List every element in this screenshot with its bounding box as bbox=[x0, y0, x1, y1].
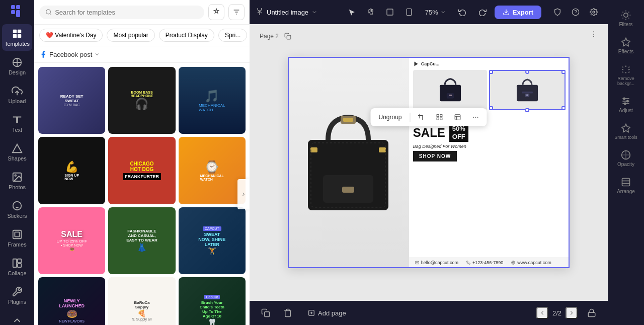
template-card[interactable]: CHICAGOHOT DOG FRANKFURTER bbox=[108, 137, 175, 204]
tagline: Bag Designed For Women bbox=[413, 144, 566, 149]
file-info[interactable]: Untitled image bbox=[256, 8, 317, 16]
small-bag-2[interactable] bbox=[489, 70, 566, 110]
shield-btn[interactable] bbox=[549, 4, 566, 20]
facebook-icon bbox=[39, 50, 47, 58]
grid-btn[interactable] bbox=[433, 110, 447, 124]
template-card[interactable]: SALE UP TO 25% OFF • SHOP NOW 🍩 bbox=[38, 207, 105, 274]
lock-btn[interactable] bbox=[584, 305, 600, 321]
layout-btn[interactable] bbox=[451, 110, 465, 124]
svg-rect-55 bbox=[449, 95, 452, 96]
sidebar-item-templates[interactable]: Templates bbox=[2, 24, 32, 51]
sidebar-item-photos[interactable]: Photos bbox=[2, 168, 32, 194]
undo-icon bbox=[458, 8, 466, 16]
svg-rect-50 bbox=[379, 147, 386, 152]
filters-icon bbox=[621, 10, 631, 20]
sidebar-item-design[interactable]: Design bbox=[2, 53, 32, 79]
template-card[interactable]: 💪 SIGN UPNOW bbox=[38, 137, 105, 204]
delete-page-btn[interactable] bbox=[280, 305, 296, 321]
sidebar-item-stickers[interactable]: Stickers bbox=[2, 196, 32, 223]
right-tool-opacity[interactable]: Opacity bbox=[610, 146, 642, 171]
template-card[interactable]: READY SETSWEAT GYM BAC bbox=[38, 67, 105, 134]
tag-popular[interactable]: Most popular bbox=[107, 29, 154, 42]
filter-btn[interactable] bbox=[228, 4, 245, 20]
sidebar-item-upload[interactable]: Upload bbox=[2, 82, 32, 108]
sidebar-item-shapes[interactable]: Shapes bbox=[2, 139, 32, 166]
svg-point-42 bbox=[475, 117, 476, 118]
help-btn[interactable] bbox=[568, 4, 584, 20]
handle-bm bbox=[525, 108, 529, 112]
crop-btn[interactable] bbox=[415, 110, 429, 124]
right-tool-arrange[interactable]: Arrange bbox=[610, 173, 642, 198]
sidebar-collapse-btn[interactable] bbox=[2, 311, 32, 325]
scroll-right-arrow[interactable] bbox=[237, 179, 250, 209]
search-icon bbox=[45, 9, 52, 16]
handle-tr bbox=[561, 70, 566, 74]
shop-now-btn[interactable]: SHOP NOW bbox=[413, 151, 457, 161]
template-card[interactable]: CAPCUT SWEATNOW, SHINELATER 🏋️ bbox=[179, 207, 246, 274]
adjust-icon bbox=[621, 96, 631, 106]
sidebar-item-collage[interactable]: Collage bbox=[2, 254, 32, 280]
templates-grid-container[interactable]: READY SETSWEAT GYM BAC BOOM BASSHEADPHON… bbox=[34, 63, 250, 325]
device-icon bbox=[405, 8, 413, 16]
right-tool-remove-bg[interactable]: Remove backgr... bbox=[610, 60, 642, 90]
opacity-icon bbox=[621, 150, 631, 160]
ad-footer: hello@capcut.com +123-456-7890 www.capcu… bbox=[409, 257, 570, 268]
right-tool-smart-tools[interactable]: Smart tools bbox=[610, 119, 642, 144]
ungroup-btn[interactable]: Ungroup bbox=[374, 112, 406, 123]
more-ctx-btn[interactable] bbox=[469, 110, 483, 124]
right-tool-adjust[interactable]: Adjust bbox=[610, 92, 642, 117]
more-h-icon bbox=[472, 114, 479, 121]
source-selector[interactable]: Facebook post bbox=[34, 46, 250, 63]
template-card[interactable]: CapCut Brush YourChild's TeethUp To TheA… bbox=[179, 277, 246, 325]
ai-search-btn[interactable] bbox=[208, 4, 224, 20]
tag-product[interactable]: Product Display bbox=[159, 29, 214, 42]
svg-point-41 bbox=[473, 117, 474, 118]
svg-point-13 bbox=[13, 202, 22, 210]
right-tool-effects[interactable]: Effects bbox=[610, 33, 642, 58]
template-card[interactable]: NEWLYLAUNCHED 🍩 NEW FLAVORS bbox=[38, 277, 105, 325]
trash-icon bbox=[283, 308, 292, 317]
sidebar-item-frames[interactable]: Frames bbox=[2, 225, 32, 252]
template-card[interactable]: BaRuCaSupply 🍕 9. Supply all bbox=[108, 277, 175, 325]
next-page-btn[interactable] bbox=[566, 307, 578, 319]
template-card[interactable]: 🎵 MECHANICALWATCH bbox=[179, 67, 246, 134]
page-more-btn[interactable] bbox=[590, 30, 598, 38]
svg-rect-16 bbox=[13, 259, 17, 268]
ad-left-section bbox=[288, 57, 409, 268]
frame-btn[interactable] bbox=[382, 4, 398, 20]
page-menu-btn[interactable] bbox=[590, 30, 598, 38]
duplicate-page-btn[interactable] bbox=[258, 305, 274, 321]
copy-page-btn[interactable] bbox=[282, 30, 294, 42]
sidebar-item-text[interactable]: Text bbox=[2, 110, 32, 137]
template-card[interactable]: ⌚ MECHANICALWATCH bbox=[179, 137, 246, 204]
handle-br bbox=[561, 106, 566, 110]
prev-page-btn[interactable] bbox=[536, 307, 548, 319]
right-tool-filters[interactable]: Filters bbox=[610, 6, 642, 31]
cloud-icon bbox=[256, 8, 264, 16]
device-btn[interactable] bbox=[401, 4, 417, 20]
ad-container: CapCu... bbox=[288, 57, 570, 268]
add-page-btn[interactable]: Add page bbox=[302, 307, 352, 319]
settings-btn[interactable] bbox=[586, 4, 602, 20]
tag-spring[interactable]: Spri... bbox=[218, 29, 247, 42]
search-input[interactable] bbox=[55, 9, 198, 16]
template-card[interactable]: BOOM BASSHEADPHONE 🎧 bbox=[108, 67, 175, 134]
export-btn[interactable]: Export bbox=[495, 6, 541, 19]
template-card[interactable]: FASHIONABLEAND CASUAL,EASY TO WEAR 👗 bbox=[108, 207, 175, 274]
cursor-tool-btn[interactable] bbox=[344, 4, 360, 20]
svg-point-67 bbox=[624, 13, 628, 17]
shield-icon bbox=[553, 8, 561, 16]
undo-btn[interactable] bbox=[454, 4, 470, 20]
hand-tool-btn[interactable] bbox=[363, 4, 379, 20]
tag-valentines[interactable]: ❤️ Valentine's Day bbox=[39, 29, 103, 42]
search-input-wrapper[interactable] bbox=[39, 6, 204, 19]
zoom-chevron-icon bbox=[440, 9, 446, 15]
small-bag-1[interactable] bbox=[413, 70, 488, 110]
dropdown-icon bbox=[94, 51, 100, 57]
sidebar-item-plugins[interactable]: Plugins bbox=[2, 282, 32, 309]
svg-rect-48 bbox=[342, 187, 354, 193]
zoom-control[interactable]: 75% bbox=[421, 7, 450, 18]
small-bag-2-svg bbox=[515, 76, 539, 104]
redo-btn[interactable] bbox=[474, 4, 491, 20]
help-icon bbox=[572, 8, 580, 16]
